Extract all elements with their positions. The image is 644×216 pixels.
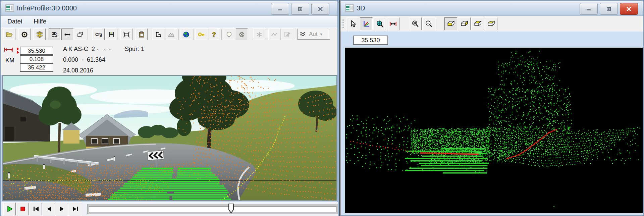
config-label: Cfg — [95, 32, 102, 37]
auto-mode-dropdown[interactable]: Aut ▾ — [297, 29, 330, 40]
width-measure-button[interactable] — [387, 17, 399, 30]
end-station-field[interactable]: 35.422 — [20, 63, 53, 72]
camera-button[interactable] — [18, 29, 31, 40]
select-cursor-button[interactable] — [346, 17, 359, 30]
skip-start-button[interactable] — [30, 203, 42, 215]
help-button[interactable]: ? — [208, 29, 220, 40]
globe-button[interactable] — [180, 29, 192, 40]
save-button[interactable] — [105, 29, 117, 40]
toolbar-separator — [17, 29, 17, 40]
km-label: KM — [5, 57, 14, 64]
session-line1-dash: - — [109, 46, 111, 53]
stop-button[interactable] — [16, 203, 29, 215]
station-field-3d[interactable]: 35.530 — [353, 36, 388, 45]
zoom-in-icon — [411, 20, 419, 28]
pointcloud-canvas[interactable] — [345, 48, 642, 213]
app-icon — [345, 4, 354, 12]
view3d-window: 3D — [339, 0, 644, 216]
svg-text:?: ? — [212, 31, 216, 38]
menu-datei[interactable]: Datei — [7, 18, 22, 25]
red-double-arrow-icon — [389, 20, 397, 28]
zoom-sphere-button[interactable] — [373, 17, 386, 30]
close-icon — [318, 7, 323, 11]
cascade-windows-button[interactable] — [74, 29, 86, 40]
lamp-off-button[interactable] — [236, 29, 248, 40]
minimize-button[interactable] — [580, 3, 598, 15]
view-box-front-button[interactable] — [444, 17, 457, 30]
toolbar-separator — [178, 29, 179, 40]
photo-pointcloud-overlay[interactable] — [3, 76, 336, 200]
step-back-button[interactable] — [43, 203, 55, 215]
app-icon — [5, 4, 14, 12]
axes-icon — [362, 20, 370, 28]
zoom-in-button[interactable] — [409, 17, 422, 30]
menu-hilfe[interactable]: Hilfe — [34, 18, 46, 25]
edit-button[interactable] — [281, 29, 293, 40]
waves-icon — [300, 31, 307, 37]
axes-view-button[interactable] — [360, 17, 373, 30]
lens-icon — [21, 31, 28, 38]
paste-button[interactable] — [136, 29, 148, 40]
svg-text:3D: 3D — [52, 32, 57, 36]
lamp-icon — [225, 31, 233, 38]
toolbar-separator — [194, 29, 194, 40]
key-button[interactable] — [195, 29, 207, 40]
titlebar-3d[interactable]: 3D — [340, 1, 643, 16]
box-right-icon — [460, 20, 469, 28]
horizontal-measure-button[interactable] — [61, 29, 73, 40]
cursor-icon — [349, 20, 357, 28]
step-forward-button[interactable] — [56, 203, 68, 215]
pointcloud-viewport[interactable] — [345, 48, 643, 213]
open-file-button[interactable] — [3, 29, 15, 40]
view-box-right-button[interactable] — [458, 17, 471, 30]
terrain-button[interactable] — [165, 29, 177, 40]
toolbar-separator — [119, 29, 119, 40]
view-box-back-button[interactable] — [485, 17, 497, 30]
view-box-top-button[interactable] — [471, 17, 484, 30]
toolbar-grip[interactable] — [342, 19, 344, 29]
maximize-icon — [298, 7, 303, 11]
skip-end-icon — [71, 205, 79, 213]
interval-field[interactable]: 0.108 — [20, 55, 53, 63]
zoom-out-button[interactable] — [422, 17, 435, 30]
snap-button[interactable] — [253, 29, 265, 40]
slider-track[interactable] — [89, 206, 336, 212]
stop-icon — [19, 205, 26, 213]
range-label: 0.000 - 61.364 — [63, 56, 105, 63]
slider-thumb[interactable] — [228, 203, 234, 215]
cascade-icon — [76, 31, 84, 38]
polygon-icon — [155, 31, 162, 38]
profile-button[interactable] — [268, 29, 280, 40]
close-button[interactable] — [311, 3, 329, 15]
close-icon — [627, 7, 631, 11]
minimize-button[interactable] — [271, 3, 289, 15]
lamp-on-button[interactable] — [223, 29, 235, 40]
position-slider[interactable] — [87, 204, 338, 214]
config-button[interactable]: Cfg — [93, 29, 105, 40]
km-post-button[interactable] — [34, 29, 46, 40]
open-folder-icon — [6, 31, 13, 38]
red-double-arrow-icon — [4, 47, 13, 52]
view-3d-button[interactable]: 3D — [49, 29, 61, 40]
close-button[interactable] — [620, 3, 638, 15]
maximize-button[interactable] — [291, 3, 309, 15]
box-top-icon — [473, 20, 482, 28]
nav-3d-icon: 3D — [51, 31, 58, 38]
lane-label: Spur: 1 — [125, 46, 144, 53]
maximize-button[interactable] — [600, 3, 618, 15]
toolbar-separator — [47, 29, 47, 40]
box-front-icon — [446, 20, 455, 28]
minimize-icon — [277, 7, 283, 11]
titlebar[interactable]: InfraProfiler3D 0000 — [1, 1, 337, 16]
station-field[interactable]: 35.530 — [20, 47, 53, 55]
minimize-icon — [586, 7, 591, 11]
polygon-select-button[interactable] — [152, 29, 164, 40]
edit-icon — [283, 31, 291, 38]
fit-frame-button[interactable] — [120, 29, 132, 40]
skip-end-button[interactable] — [69, 203, 81, 215]
mountain-icon — [167, 31, 175, 38]
frame-icon — [123, 31, 130, 38]
clipboard-icon — [138, 31, 145, 38]
asterisk-icon — [256, 31, 263, 38]
play-button[interactable] — [3, 203, 16, 215]
